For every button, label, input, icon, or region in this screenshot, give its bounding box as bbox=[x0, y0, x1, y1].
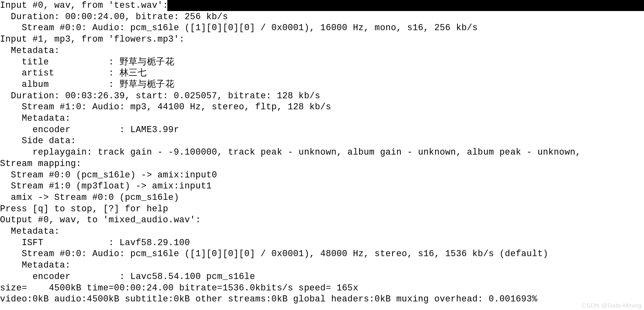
terminal-line: Press [q] to stop, [?] for help bbox=[0, 204, 644, 215]
terminal-line: album : 野草与栀子花 bbox=[0, 79, 644, 91]
terminal-line: video:0kB audio:4500kB subtitle:0kB othe… bbox=[0, 294, 644, 305]
terminal-text: Input #0, wav, from 'test.wav': bbox=[0, 0, 168, 10]
terminal-line: Stream #1:0 (mp3float) -> amix:input1 bbox=[0, 181, 644, 192]
terminal-line: Stream #0:0: Audio: pcm_s16le ([1][0][0]… bbox=[0, 22, 644, 34]
terminal-line: Output #0, wav, to 'mixed_audio.wav': bbox=[0, 215, 644, 226]
terminal-line: Metadata: bbox=[0, 226, 644, 237]
terminal-line: title : 野草与栀子花 bbox=[0, 57, 644, 68]
terminal-line: Metadata: bbox=[0, 113, 644, 124]
terminal-line: artist : 林三七 bbox=[0, 68, 644, 79]
terminal-line: Duration: 00:03:26.39, start: 0.025057, … bbox=[0, 91, 644, 102]
terminal-line: Stream mapping: bbox=[0, 158, 644, 170]
terminal-line: Stream #0:0 (pcm_s16le) -> amix:input0 bbox=[0, 170, 644, 181]
terminal-line: encoder : LAME3.99r bbox=[0, 124, 644, 136]
terminal-line: Metadata: bbox=[0, 45, 644, 57]
terminal-line: amix -> Stream #0:0 (pcm_s16le) bbox=[0, 192, 644, 204]
terminal-line: Stream #0:0: Audio: pcm_s16le ([1][0][0]… bbox=[0, 248, 644, 260]
terminal-output: Input #0, wav, from 'test.wav': Duration… bbox=[0, 0, 644, 305]
terminal-line: encoder : Lavc58.54.100 pcm_s16le bbox=[0, 271, 644, 283]
terminal-line: size= 4500kB time=00:00:24.00 bitrate=15… bbox=[0, 283, 644, 294]
watermark: CSDN @Data-Mining bbox=[582, 302, 642, 309]
terminal-line: Stream #1:0: Audio: mp3, 44100 Hz, stere… bbox=[0, 102, 644, 113]
terminal-line: Input #0, wav, from 'test.wav': bbox=[0, 0, 644, 11]
terminal-line: Side data: bbox=[0, 135, 644, 147]
terminal-line: Metadata: bbox=[0, 260, 644, 271]
redaction-bar bbox=[167, 0, 644, 11]
terminal-line: Input #1, mp3, from 'flowers.mp3': bbox=[0, 34, 644, 45]
terminal-line: Duration: 00:00:24.00, bitrate: 256 kb/s bbox=[0, 11, 644, 23]
terminal-line: replaygain: track gain - -9.100000, trac… bbox=[0, 147, 644, 158]
terminal-line: ISFT : Lavf58.29.100 bbox=[0, 237, 644, 249]
